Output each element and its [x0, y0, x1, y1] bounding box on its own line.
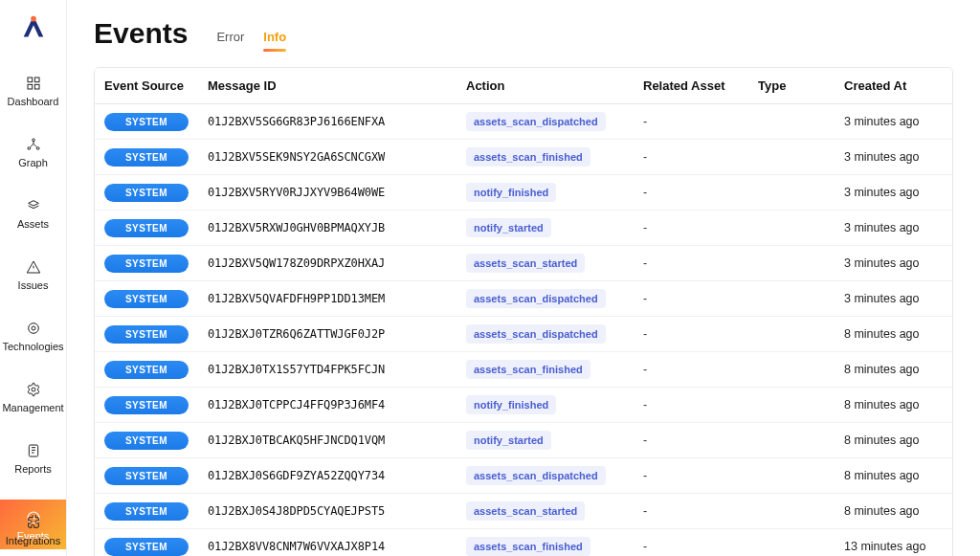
- nav-item-management[interactable]: Management: [0, 377, 66, 417]
- col-header-source[interactable]: Event Source: [95, 68, 198, 104]
- cell-related-asset: -: [634, 352, 748, 388]
- tab-info[interactable]: Info: [263, 30, 286, 48]
- events-table: Event Source Message ID Action Related A…: [95, 68, 952, 556]
- technologies-icon: [25, 320, 42, 337]
- nav-item-technologies[interactable]: Technologies: [0, 316, 66, 356]
- cell-type: [748, 140, 835, 175]
- nav-item-graph[interactable]: Graph: [0, 132, 66, 172]
- action-chip: assets_scan_dispatched: [466, 289, 606, 308]
- table-head: Event Source Message ID Action Related A…: [95, 68, 952, 104]
- col-header-action[interactable]: Action: [457, 68, 634, 104]
- nav-label: Issues: [18, 279, 49, 291]
- nav-label: Assets: [17, 218, 49, 230]
- cell-type: [748, 529, 835, 557]
- table-row[interactable]: SYSTEM01J2BXJ0TZR6Q6ZATTWJGF0J2Passets_s…: [95, 317, 952, 352]
- cell-related-asset: -: [634, 211, 748, 246]
- col-header-created[interactable]: Created At: [835, 68, 952, 104]
- cell-source: SYSTEM: [95, 352, 198, 388]
- svg-rect-3: [28, 84, 33, 89]
- table-row[interactable]: SYSTEM01J2BXV5RXWJ0GHV0BPMAQXYJBnotify_s…: [95, 211, 952, 246]
- cell-message-id: 01J2BXV5SG6GR83PJ6166ENFXA: [198, 104, 457, 140]
- cell-action: assets_scan_dispatched: [457, 281, 634, 317]
- action-chip: assets_scan_dispatched: [466, 112, 606, 131]
- source-badge: SYSTEM: [104, 325, 189, 344]
- table-row[interactable]: SYSTEM01J2BXJ0TCPPCJ4FFQ9P3J6MF4notify_f…: [95, 388, 952, 423]
- action-chip: assets_scan_finished: [466, 147, 590, 167]
- cell-action: assets_scan_started: [457, 494, 634, 529]
- cell-message-id: 01J2BXJ0TX1S57YTD4FPK5FCJN: [198, 352, 457, 388]
- col-header-message[interactable]: Message ID: [198, 68, 457, 104]
- cell-related-asset: -: [634, 388, 748, 423]
- nav-list: Dashboard Graph Assets Issues Technologi…: [0, 71, 66, 549]
- table-row[interactable]: SYSTEM01J2BXJ0S6GDF9ZYA52ZQQY734assets_s…: [95, 458, 952, 494]
- svg-rect-1: [28, 78, 33, 82]
- header-row: Events Error Info: [94, 17, 953, 50]
- svg-point-7: [36, 147, 39, 150]
- cell-source: SYSTEM: [95, 388, 198, 423]
- cell-message-id: 01J2BXV5SEK9NSY2GA6SCNCGXW: [198, 140, 457, 175]
- cell-type: [748, 104, 835, 140]
- action-chip: assets_scan_finished: [466, 537, 590, 556]
- page-title: Events: [94, 17, 188, 50]
- cell-created-at: 13 minutes ago: [835, 529, 952, 557]
- table-row[interactable]: SYSTEM01J2BXJ0S4J8DPD5CYAQEJPST5assets_s…: [95, 494, 952, 529]
- table-row[interactable]: SYSTEM01J2BXV5QW178Z09DRPXZ0HXAJassets_s…: [95, 246, 952, 281]
- cell-action: assets_scan_finished: [457, 140, 634, 175]
- cell-created-at: 3 minutes ago: [835, 211, 952, 246]
- cell-action: assets_scan_started: [457, 246, 634, 281]
- main-content: Events Error Info Event Source Message I…: [67, 0, 980, 556]
- cell-created-at: 8 minutes ago: [835, 494, 952, 529]
- cell-related-asset: -: [634, 140, 748, 175]
- cell-source: SYSTEM: [95, 458, 198, 494]
- source-badge: SYSTEM: [104, 432, 189, 450]
- svg-point-0: [31, 16, 36, 22]
- cell-type: [748, 458, 835, 494]
- cell-created-at: 8 minutes ago: [835, 317, 952, 352]
- action-chip: assets_scan_started: [466, 501, 585, 521]
- issues-icon: [25, 258, 42, 276]
- cell-related-asset: -: [634, 494, 748, 529]
- cell-created-at: 8 minutes ago: [835, 388, 952, 423]
- cell-action: assets_scan_finished: [457, 352, 634, 388]
- table-row[interactable]: SYSTEM01J2BXV5SG6GR83PJ6166ENFXAassets_s…: [95, 104, 952, 140]
- nav-label: Reports: [14, 463, 52, 475]
- cell-source: SYSTEM: [95, 140, 198, 175]
- source-badge: SYSTEM: [104, 113, 189, 131]
- svg-rect-2: [34, 78, 39, 82]
- cell-action: assets_scan_dispatched: [457, 104, 634, 140]
- tab-error[interactable]: Error: [216, 30, 244, 48]
- nav-item-integrations[interactable]: Integrations: [0, 510, 66, 550]
- table-row[interactable]: SYSTEM01J2BXJ0TBCAKQ5HFJNCDQ1VQMnotify_s…: [95, 423, 952, 458]
- app-logo: [19, 13, 48, 42]
- source-badge: SYSTEM: [104, 148, 189, 167]
- graph-icon: [25, 136, 42, 153]
- source-badge: SYSTEM: [104, 396, 189, 414]
- cell-related-asset: -: [634, 458, 748, 494]
- cell-message-id: 01J2BXJ0S4J8DPD5CYAQEJPST5: [198, 494, 457, 529]
- table-row[interactable]: SYSTEM01J2BXJ0TX1S57YTD4FPK5FCJNassets_s…: [95, 352, 952, 388]
- nav-item-dashboard[interactable]: Dashboard: [0, 71, 66, 111]
- action-chip: notify_started: [466, 218, 551, 237]
- col-header-type[interactable]: Type: [748, 68, 835, 104]
- cell-message-id: 01J2BXJ0TBCAKQ5HFJNCDQ1VQM: [198, 423, 457, 458]
- nav-item-reports[interactable]: Reports: [0, 438, 66, 478]
- cell-action: notify_started: [457, 211, 634, 246]
- action-chip: assets_scan_dispatched: [466, 466, 606, 485]
- table-row[interactable]: SYSTEM01J2BXV5SEK9NSY2GA6SCNCGXWassets_s…: [95, 140, 952, 175]
- table-row[interactable]: SYSTEM01J2BXV5RYV0RJJXYV9B64W0WEnotify_f…: [95, 175, 952, 211]
- sidebar: Dashboard Graph Assets Issues Technologi…: [0, 0, 67, 556]
- cell-source: SYSTEM: [95, 281, 198, 317]
- col-header-asset[interactable]: Related Asset: [634, 68, 748, 104]
- cell-action: assets_scan_dispatched: [457, 317, 634, 352]
- source-badge: SYSTEM: [104, 502, 189, 521]
- cell-source: SYSTEM: [95, 317, 198, 352]
- table-row[interactable]: SYSTEM01J2BX8VV8CNM7W6VVXAJX8P14assets_s…: [95, 529, 952, 557]
- action-chip: notify_finished: [466, 183, 556, 202]
- nav-item-assets[interactable]: Assets: [0, 193, 66, 234]
- table-row[interactable]: SYSTEM01J2BXV5QVAFDFH9PP1DD13MEMassets_s…: [95, 281, 952, 317]
- nav-item-issues[interactable]: Issues: [0, 255, 66, 295]
- cell-source: SYSTEM: [95, 211, 198, 246]
- cell-related-asset: -: [634, 423, 748, 458]
- source-badge: SYSTEM: [104, 290, 189, 308]
- cell-source: SYSTEM: [95, 529, 198, 557]
